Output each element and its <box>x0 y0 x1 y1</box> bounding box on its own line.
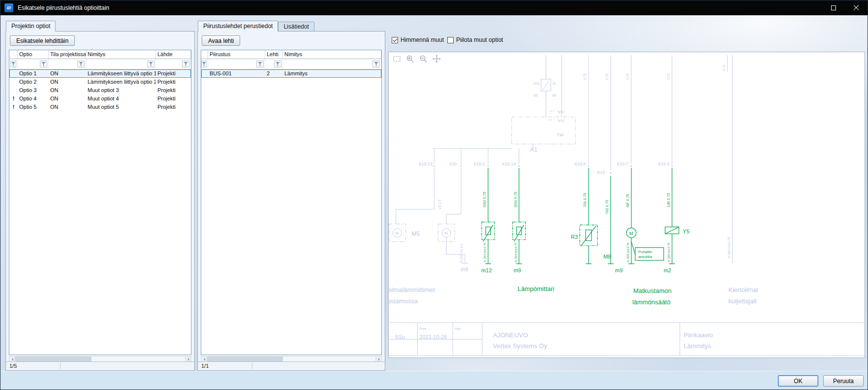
row-counter: 1/5 <box>9 363 17 369</box>
filter-box <box>256 61 264 67</box>
filter-optio[interactable] <box>18 59 49 69</box>
col-mark[interactable] <box>9 50 18 59</box>
table-row[interactable]: Optio 2 ON Lämmitykseen liittyvä optio 2… <box>9 78 191 86</box>
window-title: Esikatsele piirustuslehtiä optioittain <box>18 4 109 11</box>
preview-by-sheet-button[interactable]: Esikatsele lehdittäin <box>10 35 75 46</box>
cancel-button[interactable]: Peruuta <box>823 375 864 387</box>
col-tila-projektissa[interactable]: Tila projektissa <box>49 50 86 59</box>
row-lahde: Projekti <box>156 95 191 103</box>
scrollbar-thumb[interactable] <box>207 357 283 361</box>
schematic-label: X10 <box>449 162 457 166</box>
filter-mark[interactable] <box>201 59 208 69</box>
table-row[interactable]: BUS-001 2 Lämmitys <box>201 69 381 78</box>
row-lahde: Projekti <box>156 69 191 78</box>
titlebar[interactable]: iD Esikatsele piirustuslehtiä optioittai… <box>0 0 868 15</box>
table-row[interactable]: Optio 1 ON Lämmitykseen liittyvä optio 1… <box>9 69 191 78</box>
filter-piirustus[interactable] <box>208 59 265 69</box>
table-row[interactable]: ! Optio 5 ON Muut optiot 5 Projekti <box>9 103 191 111</box>
schematic-label: m2 <box>664 267 671 273</box>
tab-projektin-optiot[interactable]: Projektin optiot <box>6 21 56 32</box>
schematic-label: m 205 mu 0.75 <box>626 242 629 262</box>
schematic-label: m 202 mu 1.5 <box>460 244 463 263</box>
hide-other-options-checkbox[interactable]: Piilota muut optiot <box>447 36 503 43</box>
checkbox-label: Himmennä muut <box>401 36 444 43</box>
filter-tila[interactable] <box>49 59 86 69</box>
middle-status-bar: 1/1 <box>198 361 385 370</box>
scroll-right-icon[interactable] <box>375 357 381 361</box>
schematic-label: Matkustamon <box>633 287 672 294</box>
scroll-left-icon[interactable] <box>9 357 15 361</box>
filter-nimitys[interactable] <box>86 59 156 69</box>
schematic-label: 30 <box>552 82 556 85</box>
schematic-label: X10 <box>597 170 605 175</box>
schematic-label: Piirikaavio <box>684 331 713 339</box>
options-grid: Optio Tila projektissa Nimitys Lähde Opt… <box>9 50 191 355</box>
maximize-button[interactable] <box>822 0 845 15</box>
open-sheet-button[interactable]: Avaa lehti <box>202 35 240 46</box>
row-mark <box>9 78 18 86</box>
col-lahde[interactable]: Lähde <box>156 50 191 59</box>
pan-icon[interactable] <box>433 55 441 63</box>
schematic-label: Kiertoilmal <box>728 286 758 293</box>
row-lahde: Projekti <box>156 78 191 86</box>
scrollbar-thumb[interactable] <box>15 357 92 361</box>
scrollbar-track[interactable] <box>207 357 375 361</box>
filter-mark[interactable] <box>9 59 18 69</box>
schematic-label: 136 0.75 <box>666 193 671 207</box>
row-lehti: 2 <box>265 69 283 78</box>
zoom-window-icon[interactable] <box>393 55 401 63</box>
schematic-label: SSu <box>395 334 405 340</box>
filter-icon <box>202 62 206 66</box>
filter-lahde[interactable] <box>156 59 191 69</box>
col-lehti[interactable]: Lehti <box>265 50 283 59</box>
schematic-label: X10:13 <box>418 162 432 166</box>
left-status-bar: 1/5 <box>6 361 194 370</box>
tab-piirustuslehdet-perustiedot[interactable]: Piirustuslehdet perustiedot <box>198 21 278 32</box>
zoom-out-icon[interactable] <box>419 55 428 63</box>
scroll-left-icon[interactable] <box>201 357 207 361</box>
row-mark <box>9 86 18 95</box>
filter-lehti[interactable] <box>265 59 283 69</box>
schematic-label: m 203 mu 0.75 <box>483 242 486 262</box>
schematic-label: m 204 mu 0.75 <box>514 242 517 262</box>
schematic-label: NTC <box>558 110 564 114</box>
filter-icon <box>258 62 262 66</box>
schematic-label: 0.75 <box>722 65 726 71</box>
schematic-label: X10:14 <box>502 162 516 166</box>
ok-button[interactable]: OK <box>778 375 818 387</box>
schematic-label: M <box>396 231 399 235</box>
close-button[interactable] <box>845 0 868 15</box>
col-nimitys[interactable]: Nimitys <box>86 50 156 59</box>
table-row[interactable]: Optio 3 ON Muut optiot 3 Projekti <box>9 86 191 95</box>
col-optio[interactable]: Optio <box>18 50 49 59</box>
options-grid-header: Optio Tila projektissa Nimitys Lähde <box>9 50 191 59</box>
schematic-label: Y5 <box>683 228 689 234</box>
app-icon: iD <box>4 3 13 12</box>
schematic-label: Vertex Systems Oy <box>493 342 548 350</box>
table-row[interactable]: ! Optio 4 ON Muut optiot 4 Projekti <box>9 95 191 103</box>
schematic-label: GS1 0.75 <box>513 192 518 207</box>
col-mark[interactable] <box>201 50 208 59</box>
zoom-in-icon[interactable] <box>406 55 414 63</box>
schematic-label: LM 2.5 <box>438 199 441 209</box>
scroll-right-icon[interactable] <box>185 357 191 361</box>
window-controls <box>822 0 868 15</box>
checkbox-icon <box>447 37 454 43</box>
row-tila: ON <box>49 69 86 78</box>
dim-others-checkbox[interactable]: Himmennä muut <box>392 36 444 43</box>
schematic-label: 85 <box>534 94 538 97</box>
col-piirustus[interactable]: Piirustus <box>208 50 265 59</box>
filter-nimitys[interactable] <box>283 59 381 69</box>
scrollbar-track[interactable] <box>15 357 185 361</box>
row-nimitys: Muut optiot 5 <box>86 103 156 111</box>
row-nimitys: Lämmitykseen liittyvä optio 2 <box>86 78 156 86</box>
schematic-label: Lämpömittari <box>518 285 555 292</box>
schematic-label: A1 <box>530 146 538 153</box>
tab-lisatiedot[interactable]: Lisätiedot <box>278 22 314 31</box>
checkbox-icon <box>392 37 398 43</box>
filter-icon <box>41 62 46 66</box>
col-nimitys[interactable]: Nimitys <box>283 50 381 59</box>
row-tila: ON <box>49 103 86 111</box>
filter-box <box>147 61 155 67</box>
drawing-preview[interactable]: 87a308586NTCNTCTWA1X10:13X10X10:1X10:14X… <box>388 52 865 358</box>
